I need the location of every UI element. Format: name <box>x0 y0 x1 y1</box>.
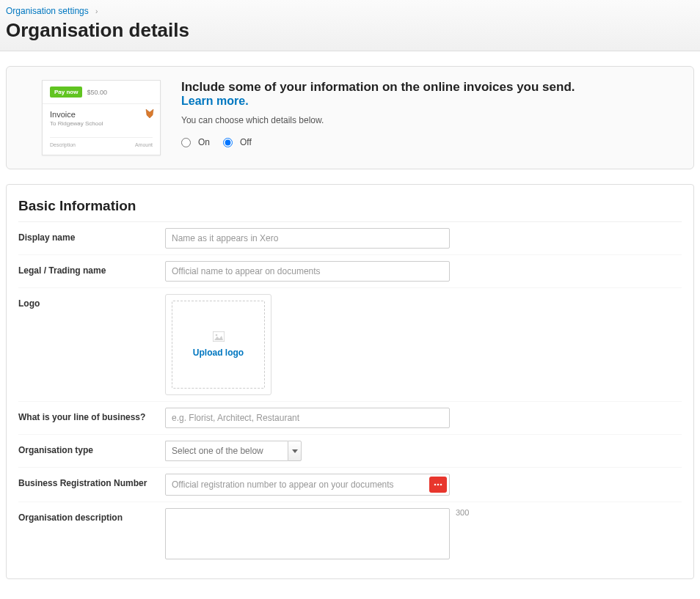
svg-point-2 <box>434 484 437 486</box>
online-invoice-info-card: Pay now $50.00 Invoice To Ridgeway Schoo… <box>6 66 694 169</box>
brn-input-group <box>165 474 450 496</box>
row-legal-name: Legal / Trading name <box>18 255 682 288</box>
info-text: Include some of your information on the … <box>181 80 680 155</box>
row-logo: Logo Upload logo <box>18 288 682 402</box>
logo-upload-box[interactable]: Upload logo <box>165 294 271 395</box>
fox-icon <box>145 109 154 119</box>
paynow-badge: Pay now <box>50 87 82 98</box>
breadcrumb: Organisation settings › <box>6 6 694 16</box>
organisation-type-label: Organisation type <box>18 441 165 455</box>
invoice-to: To Ridgeway School <box>50 120 153 127</box>
legal-name-input[interactable] <box>165 261 450 282</box>
svg-point-1 <box>215 334 217 337</box>
invoice-preview-body: Invoice To Ridgeway School <box>43 104 160 130</box>
radio-on[interactable] <box>181 138 191 147</box>
invoice-title: Invoice <box>50 110 153 119</box>
invoice-columns: Description Amount <box>43 138 160 155</box>
row-description: Organisation description 300 <box>18 502 682 565</box>
row-display-name: Display name <box>18 222 682 255</box>
organisation-type-display[interactable] <box>165 441 288 461</box>
upload-logo-text: Upload logo <box>193 348 244 358</box>
brn-input[interactable] <box>166 474 429 495</box>
info-description: You can choose which details below. <box>181 115 680 125</box>
brn-label: Business Registration Number <box>18 474 165 488</box>
toggle-radio-group: On Off <box>181 137 680 147</box>
row-line-of-business: What is your line of business? <box>18 402 682 435</box>
radio-off[interactable] <box>223 138 233 147</box>
page-header: Organisation settings › Organisation det… <box>0 0 700 51</box>
logo-upload-inner: Upload logo <box>172 301 265 389</box>
legal-name-label: Legal / Trading name <box>18 261 165 276</box>
line-of-business-label: What is your line of business? <box>18 408 165 422</box>
breadcrumb-parent-link[interactable]: Organisation settings <box>6 6 89 16</box>
invoice-preview-header: Pay now $50.00 <box>43 81 160 104</box>
row-organisation-type: Organisation type <box>18 435 682 468</box>
section-title: Basic Information <box>18 198 682 222</box>
description-label: Organisation description <box>18 508 165 523</box>
ellipsis-icon <box>433 479 443 490</box>
learn-more-link[interactable]: Learn more. <box>181 95 249 108</box>
radio-off-label: Off <box>240 137 252 147</box>
invoice-amount: $50.00 <box>87 89 107 96</box>
display-name-input[interactable] <box>165 228 450 249</box>
page-title: Organisation details <box>6 19 694 42</box>
svg-point-4 <box>440 484 442 486</box>
dropdown-button[interactable] <box>288 441 302 461</box>
caret-down-icon <box>292 449 298 453</box>
col-amount: Amount <box>135 142 153 147</box>
brn-lookup-button[interactable] <box>429 477 447 493</box>
row-brn: Business Registration Number <box>18 468 682 502</box>
description-textarea[interactable] <box>165 508 450 559</box>
basic-information-section: Basic Information Display name Legal / T… <box>6 184 694 579</box>
logo-label: Logo <box>18 294 165 309</box>
image-icon <box>213 331 225 342</box>
display-name-label: Display name <box>18 228 165 243</box>
info-heading: Include some of your information on the … <box>181 80 680 95</box>
col-description: Description <box>50 142 76 147</box>
line-of-business-input[interactable] <box>165 408 450 428</box>
organisation-type-select[interactable] <box>165 441 302 461</box>
chevron-right-icon: › <box>95 7 98 15</box>
invoice-preview: Pay now $50.00 Invoice To Ridgeway Schoo… <box>42 80 161 155</box>
char-count: 300 <box>456 508 469 517</box>
svg-point-3 <box>437 484 440 486</box>
radio-on-label: On <box>198 137 210 147</box>
